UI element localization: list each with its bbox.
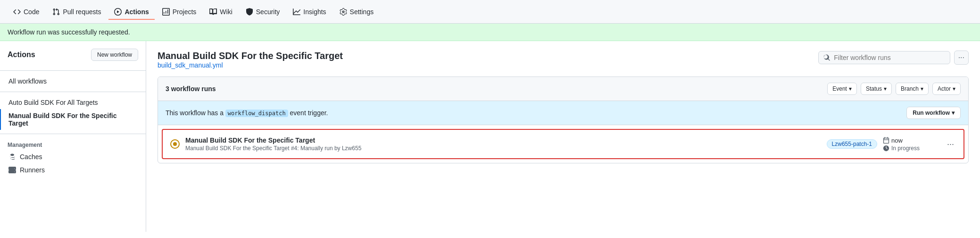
page-title: Manual Build SDK For the Specific Target <box>158 51 343 61</box>
run-info: Manual Build SDK For the Specific Target… <box>185 136 821 152</box>
page-subtitle: build_sdk_manual.yml <box>158 61 343 69</box>
sidebar-divider-top <box>0 70 146 71</box>
run-branch-badge: Lzw655-patch-1 <box>827 139 877 149</box>
run-time-value: now <box>891 137 903 144</box>
new-workflow-button[interactable]: New workflow <box>91 49 138 61</box>
run-name: Manual Build SDK For the Specific Target <box>185 136 821 144</box>
clock-icon <box>883 145 889 152</box>
run-workflow-label: Run workflow <box>913 110 950 116</box>
nav-projects-label: Projects <box>173 8 197 16</box>
search-box[interactable] <box>818 51 950 64</box>
main-layout: Actions New workflow All workflows Auto … <box>0 41 980 232</box>
trigger-code: workflow_dispatch <box>225 110 288 117</box>
sidebar-header: Actions New workflow <box>0 49 146 67</box>
nav-pr-label: Pull requests <box>63 8 101 16</box>
status-filter-button[interactable]: Status ▾ <box>861 83 892 95</box>
auto-build-label: Auto Build SDK For All Targets <box>8 99 98 106</box>
status-chevron-icon: ▾ <box>884 85 887 92</box>
event-filter-label: Event <box>832 85 847 92</box>
sidebar-item-caches[interactable]: Caches <box>0 150 146 163</box>
sidebar-divider-2 <box>0 92 146 92</box>
nav-settings-label: Settings <box>350 8 374 16</box>
sidebar-item-runners[interactable]: Runners <box>0 163 146 177</box>
caches-label: Caches <box>20 153 42 161</box>
search-input[interactable] <box>834 54 945 61</box>
workflow-file-link[interactable]: build_sdk_manual.yml <box>158 61 223 69</box>
content-header: Manual Build SDK For the Specific Target… <box>158 51 969 69</box>
run-more-icon: ··· <box>947 139 954 149</box>
sidebar-item-auto-build[interactable]: Auto Build SDK For All Targets <box>0 96 146 109</box>
run-time-label: now <box>883 137 939 144</box>
nav-pull-requests[interactable]: Pull requests <box>47 4 107 19</box>
runs-container: 3 workflow runs Event ▾ Status ▾ Branch … <box>158 76 969 163</box>
actor-filter-label: Actor <box>938 85 951 92</box>
trigger-text-before: This workflow has a <box>166 109 224 117</box>
more-options-icon: ··· <box>958 53 964 61</box>
branch-filter-button[interactable]: Branch ▾ <box>896 83 929 95</box>
branch-chevron-icon: ▾ <box>921 85 923 92</box>
search-icon <box>823 54 831 61</box>
management-section-label: Management <box>0 138 146 150</box>
runs-filters: Event ▾ Status ▾ Branch ▾ Actor ▾ <box>827 83 961 95</box>
run-workflow-chevron-icon: ▾ <box>952 110 955 116</box>
header-actions: ··· <box>818 51 969 65</box>
run-status-text: In progress <box>883 145 939 152</box>
main-content: Manual Build SDK For the Specific Target… <box>146 41 980 232</box>
all-workflows-label: All workflows <box>8 77 47 85</box>
nav-wiki[interactable]: Wiki <box>204 4 238 19</box>
code-icon <box>13 8 21 16</box>
pull-request-icon <box>52 8 60 16</box>
trigger-text-after: event trigger. <box>290 109 328 117</box>
sidebar: Actions New workflow All workflows Auto … <box>0 41 146 232</box>
status-filter-label: Status <box>866 85 882 92</box>
runners-label: Runners <box>20 166 45 174</box>
nav-actions[interactable]: Actions <box>108 4 154 19</box>
branch-filter-label: Branch <box>901 85 919 92</box>
actor-chevron-icon: ▾ <box>953 85 955 92</box>
runs-header: 3 workflow runs Event ▾ Status ▾ Branch … <box>158 77 968 101</box>
run-status-dot <box>173 142 177 146</box>
run-row[interactable]: Manual Build SDK For the Specific Target… <box>162 129 964 159</box>
actor-filter-button[interactable]: Actor ▾ <box>932 83 961 95</box>
nav-security-label: Security <box>256 8 280 16</box>
nav-insights[interactable]: Insights <box>287 4 332 19</box>
calendar-icon <box>883 137 889 144</box>
projects-icon <box>162 8 170 16</box>
insights-icon <box>293 8 300 16</box>
run-description: Manual Build SDK For the Specific Target… <box>185 145 821 152</box>
event-chevron-icon: ▾ <box>849 85 852 92</box>
sidebar-title: Actions <box>8 51 35 59</box>
nav-actions-label: Actions <box>125 8 149 16</box>
nav-security[interactable]: Security <box>240 4 286 19</box>
success-text: Workflow run was successfully requested. <box>8 28 130 36</box>
run-status-icon <box>170 139 180 149</box>
run-time: now In progress <box>883 137 939 152</box>
nav-projects[interactable]: Projects <box>157 4 202 19</box>
manual-build-label: Manual Build SDK For the Specific Target <box>8 112 138 127</box>
security-icon <box>246 8 253 16</box>
settings-icon <box>340 8 347 16</box>
sidebar-item-all-workflows[interactable]: All workflows <box>0 75 146 88</box>
trigger-text: This workflow has a workflow_dispatch ev… <box>166 109 328 117</box>
sidebar-item-manual-build[interactable]: Manual Build SDK For the Specific Target <box>0 109 146 130</box>
trigger-banner: This workflow has a workflow_dispatch ev… <box>158 101 968 125</box>
actions-icon <box>114 8 122 16</box>
server-icon <box>8 166 16 174</box>
runs-count: 3 workflow runs <box>166 85 216 93</box>
wiki-icon <box>209 8 217 16</box>
nav-insights-label: Insights <box>303 8 326 16</box>
event-filter-button[interactable]: Event ▾ <box>827 83 857 95</box>
run-workflow-button[interactable]: Run workflow ▾ <box>906 107 961 119</box>
nav-wiki-label: Wiki <box>220 8 232 16</box>
success-banner: Workflow run was successfully requested. <box>0 24 980 41</box>
nav-settings[interactable]: Settings <box>334 4 380 19</box>
sidebar-divider-3 <box>0 134 146 134</box>
database-icon <box>8 153 16 161</box>
more-options-button[interactable]: ··· <box>954 51 969 65</box>
nav-code[interactable]: Code <box>8 4 45 19</box>
run-more-button[interactable]: ··· <box>945 137 956 151</box>
run-status-value: In progress <box>891 145 920 152</box>
top-nav: Code Pull requests Actions Projects Wiki… <box>0 0 980 24</box>
title-block: Manual Build SDK For the Specific Target… <box>158 51 343 69</box>
nav-code-label: Code <box>24 8 39 16</box>
